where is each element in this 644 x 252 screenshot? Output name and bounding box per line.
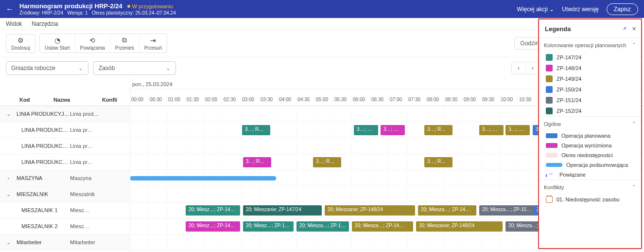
gantt-bar[interactable]: 3…; R… — [313, 157, 341, 167]
hour-cell: 03:00 — [241, 93, 260, 102]
gantt-bar[interactable]: 20; Miesza…; ZP-14… — [352, 221, 413, 232]
row-code: MIESZALNIK 1 — [17, 207, 70, 213]
page-title: Harmonogram produkcji HRP-2/24 — [19, 2, 122, 10]
link-icon: ⟲ — [89, 36, 95, 44]
resource-row[interactable]: LINIA PRODUKC…Linia pr… — [0, 154, 130, 170]
close-icon[interactable]: ✕ — [632, 26, 636, 32]
legend-section-coloring[interactable]: Kolorowanie operacji planowanych⌃ — [539, 38, 641, 52]
gantt-bar[interactable]: 3…; R… — [424, 157, 453, 167]
menu-tools[interactable]: Narzędzia — [32, 20, 58, 27]
workcenter-select[interactable]: Gniazda robocze⌄ — [6, 61, 88, 75]
back-icon[interactable]: ← — [6, 5, 14, 14]
shift-icon: ⇥ — [150, 36, 156, 44]
gantt-bar[interactable]: 20; Mieszanie; ZP-147/24 — [243, 205, 322, 216]
legend-conflict-1: 01. Niedostępność zasobu — [539, 194, 641, 205]
resource-row[interactable]: MIESZALNIK 2Miesz… — [0, 218, 130, 234]
row-name: Linia pr… — [70, 127, 123, 133]
gantt-bar[interactable]: 3…; R… — [354, 125, 378, 135]
expand-icon[interactable]: ⌄ — [0, 191, 17, 198]
gantt-bar[interactable]: 3…; R… — [479, 125, 504, 135]
resource-row[interactable]: ⌄MIESZALNIKMieszalnik — [0, 186, 130, 202]
col-conflict-header: Konfli — [102, 97, 126, 103]
row-code: MIESZALNIK 2 — [17, 223, 70, 229]
row-code: LINIA PRODUKC… — [17, 143, 70, 149]
gantt-bar[interactable]: 20; Miesza…; ZP-14… — [418, 205, 476, 216]
legend-zp-item: ZP-150/24 — [539, 84, 641, 95]
gantt-bar[interactable]: 20; Miesz…; ZP-14… — [186, 221, 240, 232]
shift-button[interactable]: ⇥Przesuń — [139, 34, 167, 53]
chevron-up-icon: ⌃ — [632, 121, 636, 127]
expand-icon[interactable]: ⌄ — [0, 239, 17, 246]
row-name: Miesz… — [70, 207, 123, 213]
gantt-bar[interactable]: 3…; R… — [243, 157, 271, 167]
links-button[interactable]: ⟲Powiązania — [75, 34, 110, 53]
hour-cell: 06:30 — [370, 93, 389, 102]
chevron-down-icon: ⌄ — [166, 65, 171, 72]
row-code: MASZYNA — [17, 175, 70, 181]
chevron-down-icon: ⌄ — [78, 65, 83, 72]
hour-cell: 09:00 — [463, 93, 481, 102]
row-name: Linia pr… — [70, 159, 123, 165]
gear-icon: ⚙ — [17, 36, 24, 44]
legend-zp-item: ZP-152/24 — [539, 106, 641, 116]
row-code: LINIA PRODUKC… — [17, 159, 70, 165]
hour-cell: 00:30 — [149, 93, 167, 102]
hour-cell: 02:30 — [223, 93, 241, 102]
legend-unavailable: Okres niedostępności — [539, 150, 641, 160]
legend-zp-item: ZP-149/24 — [539, 73, 641, 84]
gantt-bar[interactable]: 20; Miesz…; ZP-14… — [186, 205, 240, 216]
header-subline: Źródłowy: HRP-2/24 Wersja: 1 Okres plani… — [19, 10, 176, 16]
expand-icon[interactable]: › — [0, 175, 17, 181]
date-nav: ‹ › — [511, 62, 540, 74]
gantt-bar[interactable]: 3…; R… — [242, 125, 270, 135]
create-version-button[interactable]: Utwórz wersję — [562, 6, 598, 13]
gantt-bar[interactable]: 20; Miesza…; ZP-14… — [296, 221, 349, 232]
set-start-button[interactable]: ◔Ustaw Start — [40, 34, 75, 53]
hour-cell: 05:00 — [315, 93, 333, 102]
save-button[interactable]: Zapisz — [607, 3, 638, 15]
expand-icon[interactable]: ⌄ — [0, 111, 17, 117]
menu-view[interactable]: Widok — [6, 20, 22, 27]
calendar-icon — [546, 196, 553, 203]
resource-row[interactable]: LINIA PRODUKC…Linia pr… — [0, 122, 130, 138]
chevron-up-icon: ⌃ — [632, 42, 636, 48]
gantt-bar[interactable]: 3…; R… — [505, 125, 530, 135]
clock-icon: ◔ — [54, 36, 60, 44]
gantt-bar[interactable]: 3…; R… — [381, 125, 405, 135]
resource-row[interactable]: LINIA PRODUKC…Linia pr… — [0, 138, 130, 154]
hour-cell: 03:30 — [260, 93, 278, 102]
legend-related: Powiązane — [539, 170, 641, 180]
customize-button[interactable]: ⚙Dostosuj — [6, 35, 35, 53]
resource-row[interactable]: MIESZALNIK 1Miesz… — [0, 202, 130, 218]
gantt-bar[interactable]: 20; Miesz…; ZP-14… — [243, 221, 294, 232]
row-code: LINIA PRODUKCYJ… — [17, 111, 70, 117]
nav-next-button[interactable]: › — [526, 62, 540, 74]
row-name: Linia prod… — [70, 111, 123, 117]
resource-row[interactable]: ⌄LINIA PRODUKCYJ…Linia prod… — [0, 106, 130, 122]
hour-cell: 07:00 — [389, 93, 407, 102]
pin-icon[interactable]: 📌︎ — [622, 26, 627, 32]
resource-select[interactable]: Zasób⌄ — [93, 61, 176, 75]
row-name: Maszyna — [70, 175, 123, 181]
legend-zp-item: ZP-147/24 — [539, 52, 641, 63]
row-name: Mitarbeiter — [70, 239, 123, 245]
move-button[interactable]: ⧉Przenieś — [110, 34, 139, 53]
resource-row[interactable]: ›MASZYNAMaszyna — [0, 170, 130, 186]
hour-cell: 00:00 — [130, 93, 149, 102]
legend-section-conflicts[interactable]: Konflikty⌃ — [539, 180, 641, 194]
gantt-bar[interactable]: 3…; R… — [424, 125, 453, 135]
col-name-header: Nazwa — [53, 97, 102, 103]
legend-section-general[interactable]: Ogólne⌃ — [539, 117, 641, 131]
row-code: MIESZALNIK — [17, 191, 70, 197]
nav-prev-button[interactable]: ‹ — [512, 62, 526, 74]
gantt-bar[interactable]: 20; Mieszanie; ZP-148/24 — [325, 205, 415, 216]
more-actions-button[interactable]: Więcej akcji ⌄ — [517, 6, 555, 13]
summary-bar[interactable] — [130, 176, 276, 180]
resource-row[interactable]: ⌄MitarbeiterMitarbeiter — [0, 234, 130, 251]
gantt-bar[interactable]: 20; Miesza…; ZP-15… — [479, 205, 540, 216]
status-badge: W przygotowaniu — [127, 3, 173, 9]
gantt-bar[interactable]: 20; Mieszanie; ZP-149/24 — [416, 221, 503, 232]
hour-cell: 10:00 — [500, 93, 518, 102]
hour-cell: 01:00 — [167, 93, 186, 102]
hour-cell: 10:30 — [518, 93, 537, 102]
